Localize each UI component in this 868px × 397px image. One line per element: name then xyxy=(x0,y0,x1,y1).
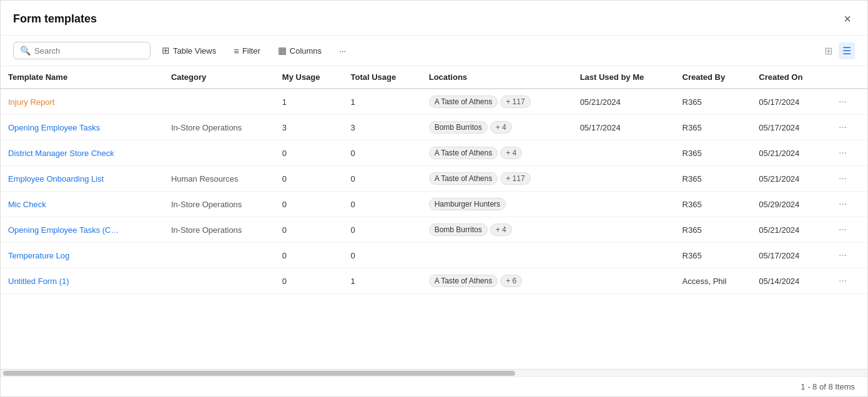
table-row: Temperature Log00R36505/17/2024··· xyxy=(1,243,867,268)
template-category xyxy=(164,243,275,268)
col-total-usage: Total Usage xyxy=(343,66,421,89)
template-category: In-Store Operations xyxy=(164,217,275,243)
location-badge[interactable]: Hamburger Hunters xyxy=(429,198,506,210)
table-row: Injury Report11A Taste of Athens+ 11705/… xyxy=(1,89,867,115)
more-options-button[interactable]: ··· xyxy=(333,43,352,59)
created-on: 05/21/2024 xyxy=(751,166,827,192)
col-my-usage: My Usage xyxy=(275,66,343,89)
location-badge[interactable]: A Taste of Athens xyxy=(429,172,498,185)
created-by: R365 xyxy=(675,217,752,243)
location-count-badge[interactable]: + 6 xyxy=(500,275,522,287)
table-row: Opening Employee Tasks (C…In-Store Opera… xyxy=(1,217,867,243)
created-on: 05/21/2024 xyxy=(751,140,827,166)
table-header: Template Name Category My Usage Total Us… xyxy=(1,66,867,89)
table-row: Mic CheckIn-Store Operations00Hamburger … xyxy=(1,192,867,217)
horizontal-scrollbar[interactable] xyxy=(1,369,867,376)
row-more-button[interactable]: ··· xyxy=(835,120,851,134)
row-more-button[interactable]: ··· xyxy=(835,146,851,160)
location-count-badge[interactable]: + 4 xyxy=(490,121,512,134)
row-more-button[interactable]: ··· xyxy=(835,95,851,109)
col-category: Category xyxy=(164,66,275,89)
row-more-button[interactable]: ··· xyxy=(835,274,851,288)
my-usage: 0 xyxy=(275,166,343,192)
created-by: R365 xyxy=(675,115,752,140)
location-badge[interactable]: A Taste of Athens xyxy=(429,275,498,287)
location-badge[interactable]: A Taste of Athens xyxy=(429,147,498,159)
scrollbar-thumb[interactable] xyxy=(3,371,515,376)
created-by: Access, Phil xyxy=(675,268,752,294)
last-used: 05/21/2024 xyxy=(573,89,675,115)
close-button[interactable]: × xyxy=(840,11,855,27)
template-category xyxy=(164,89,275,115)
template-name-link[interactable]: Untitled Form (1) xyxy=(8,277,69,286)
col-last-used: Last Used by Me xyxy=(573,66,675,89)
last-used xyxy=(573,268,675,294)
last-used xyxy=(573,140,675,166)
created-on: 05/17/2024 xyxy=(751,89,827,115)
toolbar: 🔍 ⊞ Table Views ≡ Filter ▦ Columns ··· ⊞… xyxy=(1,36,867,66)
location-badge[interactable]: A Taste of Athens xyxy=(429,96,498,108)
col-created-by: Created By xyxy=(675,66,752,89)
last-used xyxy=(573,217,675,243)
total-usage: 0 xyxy=(343,140,421,166)
table-body: Injury Report11A Taste of Athens+ 11705/… xyxy=(1,89,867,294)
location-count-badge[interactable]: + 117 xyxy=(500,172,530,185)
footer: 1 - 8 of 8 Items xyxy=(1,376,867,396)
location-count-badge[interactable]: + 4 xyxy=(490,223,512,236)
created-on: 05/14/2024 xyxy=(751,268,827,294)
template-name-link[interactable]: Opening Employee Tasks xyxy=(8,123,100,132)
row-more-button[interactable]: ··· xyxy=(835,248,851,262)
locations: Hamburger Hunters xyxy=(422,192,573,217)
row-more-button[interactable]: ··· xyxy=(835,197,851,211)
table-wrapper: Template Name Category My Usage Total Us… xyxy=(1,66,867,369)
location-count-badge[interactable]: + 4 xyxy=(500,147,522,159)
search-input[interactable] xyxy=(34,46,144,56)
location-badge[interactable]: Bomb Burritos xyxy=(429,223,488,236)
total-usage: 0 xyxy=(343,192,421,217)
my-usage: 0 xyxy=(275,140,343,166)
table-row: Untitled Form (1)01A Taste of Athens+ 6A… xyxy=(1,268,867,294)
table-views-button[interactable]: ⊞ Table Views xyxy=(155,42,222,59)
location-badge[interactable]: Bomb Burritos xyxy=(429,121,488,134)
template-name-link[interactable]: Opening Employee Tasks (C… xyxy=(8,225,119,235)
row-more-button[interactable]: ··· xyxy=(835,172,851,185)
col-template-name: Template Name xyxy=(1,66,164,89)
created-by: R365 xyxy=(675,192,752,217)
total-usage: 0 xyxy=(343,217,421,243)
created-on: 05/17/2024 xyxy=(751,115,827,140)
filter-button[interactable]: ≡ Filter xyxy=(227,42,267,59)
created-on: 05/21/2024 xyxy=(751,217,827,243)
templates-table: Template Name Category My Usage Total Us… xyxy=(1,66,867,294)
total-usage: 0 xyxy=(343,243,421,268)
my-usage: 0 xyxy=(275,243,343,268)
template-name-link[interactable]: Mic Check xyxy=(8,200,46,209)
created-by: R365 xyxy=(675,89,752,115)
template-name-link[interactable]: District Manager Store Check xyxy=(8,149,114,158)
created-on: 05/17/2024 xyxy=(751,243,827,268)
last-used xyxy=(573,192,675,217)
template-name-link[interactable]: Injury Report xyxy=(8,97,54,107)
locations xyxy=(422,243,573,268)
template-name-link[interactable]: Employee Onboarding List xyxy=(8,174,104,184)
created-by: R365 xyxy=(675,166,752,192)
my-usage: 3 xyxy=(275,115,343,140)
locations: Bomb Burritos+ 4 xyxy=(422,115,573,140)
total-usage: 3 xyxy=(343,115,421,140)
my-usage: 0 xyxy=(275,268,343,294)
locations: A Taste of Athens+ 6 xyxy=(422,268,573,294)
list-view-button[interactable]: ☰ xyxy=(839,42,855,59)
location-count-badge[interactable]: + 117 xyxy=(500,96,530,108)
template-name-link[interactable]: Temperature Log xyxy=(8,251,69,260)
columns-button[interactable]: ▦ Columns xyxy=(272,42,328,59)
table-row: District Manager Store Check00A Taste of… xyxy=(1,140,867,166)
last-used xyxy=(573,243,675,268)
total-usage: 1 xyxy=(343,89,421,115)
locations: A Taste of Athens+ 4 xyxy=(422,140,573,166)
row-more-button[interactable]: ··· xyxy=(835,223,851,237)
col-actions xyxy=(827,66,867,89)
search-box: 🔍 xyxy=(13,42,150,59)
grid-view-button[interactable]: ⊞ xyxy=(821,42,836,59)
table-views-icon: ⊞ xyxy=(162,45,170,56)
table-row: Employee Onboarding ListHuman Resources0… xyxy=(1,166,867,192)
template-category xyxy=(164,268,275,294)
